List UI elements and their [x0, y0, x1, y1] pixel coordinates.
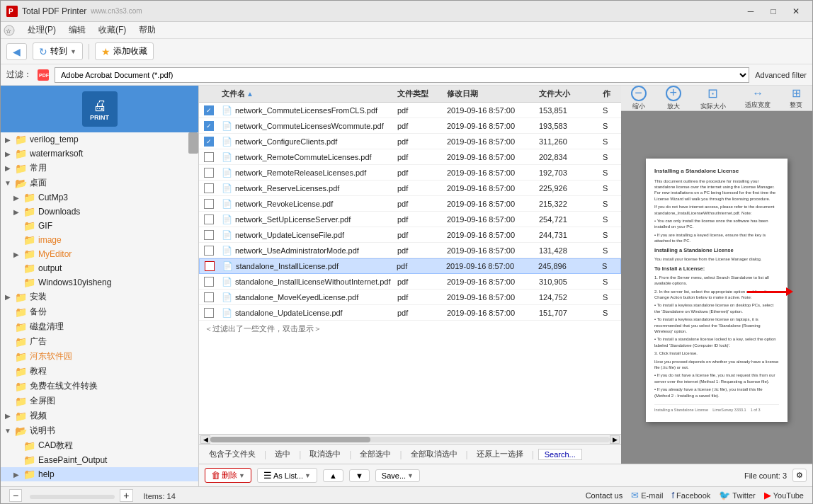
preview-section-text-1: You install your license from the Licens…	[654, 256, 779, 262]
tree-item-video[interactable]: ▶ 📁 视频	[1, 408, 198, 423]
fit-page-button[interactable]: ⊞ 整页	[790, 86, 802, 110]
table-row[interactable]: 📄 network_RemoteCommuteLicenses.pdf pdf …	[199, 149, 621, 165]
file-checkbox[interactable]	[204, 246, 214, 256]
file-checkbox[interactable]: ✓	[204, 105, 214, 115]
tree-item-hedong[interactable]: 📁 河东软件园	[1, 349, 198, 364]
table-row[interactable]: 📄 standalone_InstallLicense.pdf pdf 2019…	[199, 258, 621, 274]
col-size-header[interactable]: 文件大小	[536, 88, 600, 99]
zoom-minus-button[interactable]: −	[9, 489, 22, 502]
file-checkbox[interactable]	[204, 308, 214, 318]
table-row[interactable]: ✓ 📄 network_CommuteLicensesFromCLS.pdf p…	[199, 103, 621, 118]
print-button[interactable]: 🖨 PRINT	[82, 91, 118, 127]
minimize-button[interactable]: ─	[740, 4, 761, 19]
tree-item-backup[interactable]: 📁 备份	[1, 304, 198, 319]
email-link[interactable]: ✉ E-mail	[631, 490, 663, 500]
table-row[interactable]: 📄 standalone_InstallLicenseWithoutIntern…	[199, 274, 621, 290]
back-button[interactable]: ◀	[6, 43, 27, 60]
settings-button[interactable]: ⚙	[792, 469, 807, 482]
include-subfolders-button[interactable]: 包含子文件夹	[205, 448, 260, 460]
restore-selection-button[interactable]: 还原上一选择	[472, 448, 528, 460]
tree-item-diskclean[interactable]: 📁 磁盘清理	[1, 319, 198, 334]
tree-item-ad[interactable]: 📁 广告	[1, 334, 198, 349]
tree-item-cutmp3[interactable]: ▶ 📁 CutMp3	[1, 190, 198, 205]
scrollbar-thumb[interactable]	[210, 437, 370, 442]
tree-item-win10[interactable]: 📁 Windows10yisheng	[1, 275, 198, 290]
file-checkbox[interactable]	[204, 277, 214, 287]
file-checkbox[interactable]	[204, 292, 214, 302]
table-row[interactable]: 📄 standalone_MoveKeyedLicense.pdf pdf 20…	[199, 290, 621, 305]
file-checkbox[interactable]	[204, 152, 214, 162]
zoom-plus-button[interactable]: +	[120, 489, 132, 502]
file-checkbox[interactable]	[204, 230, 214, 240]
tree-item-convert[interactable]: 📁 免费在线文件转换	[1, 379, 198, 394]
horizontal-scrollbar[interactable]: ◀ ▶	[199, 434, 621, 444]
actual-size-button[interactable]: ⊡ 实际大小	[700, 86, 726, 111]
tree-item-fullscreen[interactable]: 📁 全屏图	[1, 394, 198, 408]
scroll-right-button[interactable]: ▶	[610, 435, 620, 444]
table-row[interactable]: 📄 network_RevokeLicense.pdf pdf 2019-09-…	[199, 196, 621, 212]
zoom-in-button[interactable]: + 放大	[666, 86, 681, 111]
facebook-link[interactable]: f Facebook	[671, 490, 710, 500]
save-button[interactable]: Save... ▼	[375, 469, 420, 482]
tree-item-verilog[interactable]: ▶ 📁 verilog_temp	[1, 132, 198, 147]
move-down-button[interactable]: ▼	[349, 469, 370, 482]
menu-help[interactable]: 帮助	[133, 23, 161, 38]
file-checkbox[interactable]	[204, 214, 214, 224]
delete-button[interactable]: 🗑 删除 ▼	[205, 468, 251, 483]
tree-item-tutorial[interactable]: 📁 教程	[1, 364, 198, 379]
table-row[interactable]: 📄 network_RemoteReleaseLicenses.pdf pdf …	[199, 165, 621, 181]
pdf-file-icon: 📄	[222, 277, 232, 287]
tree-item-watermark[interactable]: ▶ 📁 watermarksoft	[1, 147, 198, 161]
tree-item-common[interactable]: ▶ 📁 常用	[1, 161, 198, 176]
advanced-filter-button[interactable]: Advanced filter	[755, 71, 807, 79]
add-favorite-button[interactable]: ★ 添加收藏	[95, 42, 154, 60]
col-type-header[interactable]: 文件类型	[394, 88, 444, 99]
as-list-button[interactable]: ☰ As List... ▼	[257, 468, 317, 483]
scroll-left-button[interactable]: ◀	[200, 435, 210, 444]
file-checkbox[interactable]	[204, 183, 214, 193]
deselect-button[interactable]: 取消选中	[305, 448, 345, 460]
zoom-out-button[interactable]: − 缩小	[631, 86, 647, 111]
tree-item-downloads[interactable]: ▶ 📁 Downloads	[1, 205, 198, 219]
tree-item-install[interactable]: ▶ 📁 安装	[1, 290, 198, 304]
table-row[interactable]: ✓ 📄 network_ConfigureClients.pdf pdf 201…	[199, 134, 621, 149]
table-row[interactable]: 📄 standalone_UpdateLicense.pdf pdf 2019-…	[199, 305, 621, 321]
close-button[interactable]: ✕	[785, 4, 807, 19]
tree-item-myeditor[interactable]: ▶ 📁 MyEditor	[1, 247, 198, 261]
table-row[interactable]: 📄 network_UpdateLicenseFile.pdf pdf 2019…	[199, 227, 621, 243]
file-checkbox[interactable]	[204, 199, 214, 209]
table-row[interactable]: 📄 network_UseAdministratorMode.pdf pdf 2…	[199, 243, 621, 258]
preview-bullet-2: • If you are installing a keyed license,…	[654, 232, 779, 244]
menu-edit[interactable]: 编辑	[63, 23, 91, 38]
file-checkbox[interactable]: ✓	[204, 121, 214, 131]
table-row[interactable]: 📄 network_ReserveLicenses.pdf pdf 2019-0…	[199, 181, 621, 196]
tree-item-image[interactable]: 📁 image	[1, 233, 198, 247]
menu-process[interactable]: 处理(P)	[22, 23, 62, 38]
filter-notice[interactable]: ＜过滤出了一些文件，双击显示＞	[199, 321, 621, 337]
file-checkbox[interactable]	[204, 168, 214, 178]
tree-item-output[interactable]: 📁 output	[1, 261, 198, 275]
file-checkbox[interactable]: ✓	[204, 137, 214, 147]
tree-item-gif[interactable]: 📁 GIF	[1, 219, 198, 233]
youtube-link[interactable]: ▶ YouTube	[764, 490, 804, 500]
move-up-button[interactable]: ▲	[323, 469, 343, 482]
select-all-button[interactable]: 全部选中	[356, 448, 395, 460]
tree-item-manual[interactable]: ▼ 📂 说明书	[1, 423, 198, 438]
goto-button[interactable]: ↻ 转到 ▼	[33, 42, 83, 60]
tree-item-help[interactable]: ▶ 📁 help	[1, 467, 198, 481]
menu-favorites[interactable]: 收藏(F)	[93, 23, 132, 38]
tree-item-desktop[interactable]: ▼ 📂 桌面	[1, 176, 198, 190]
deselect-all-button[interactable]: 全部取消选中	[406, 448, 462, 460]
tree-item-easepaint[interactable]: 📁 EasePaint_Output	[1, 453, 198, 467]
tree-item-cad[interactable]: 📁 CAD教程	[1, 438, 198, 453]
twitter-link[interactable]: 🐦 Twitter	[719, 490, 755, 500]
table-row[interactable]: ✓ 📄 network_CommuteLicensesWcommute.pdf …	[199, 118, 621, 134]
select-button[interactable]: 选中	[271, 448, 295, 460]
table-row[interactable]: 📄 network_SetUpLicenseServer.pdf pdf 201…	[199, 212, 621, 227]
file-checkbox[interactable]	[205, 261, 215, 271]
col-date-header[interactable]: 修改日期	[444, 88, 536, 99]
filter-select[interactable]: Adobe Acrobat Document (*.pdf)	[55, 67, 749, 83]
maximize-button[interactable]: □	[763, 4, 784, 19]
col-name-header[interactable]: 文件名 ▲	[219, 88, 394, 99]
fit-width-button[interactable]: ↔ 适应宽度	[745, 87, 771, 110]
